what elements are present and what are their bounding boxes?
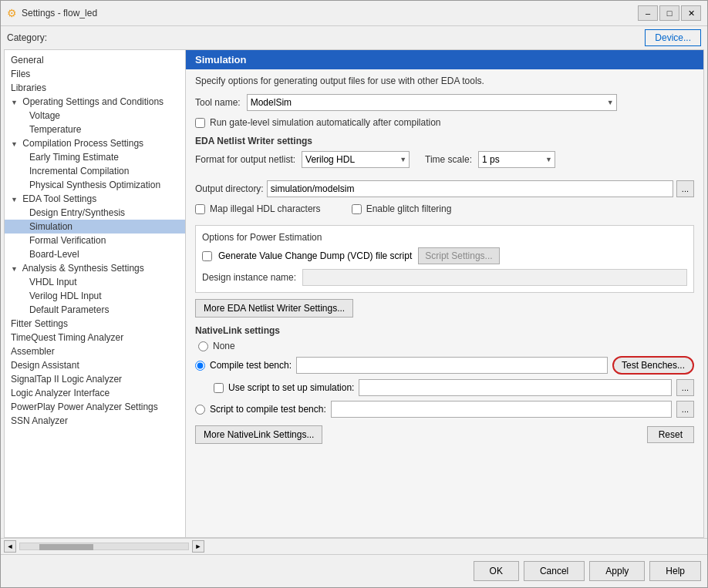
title-bar-left: ⚙ Settings - flow_led — [7, 7, 97, 19]
checkbox-two-col: Map illegal HDL characters Enable glitch… — [195, 203, 694, 219]
ok-button[interactable]: OK — [474, 561, 519, 581]
format-row: Format for output netlist: Verilog HDL V… — [195, 151, 410, 168]
format-label: Format for output netlist: — [195, 154, 295, 165]
device-button[interactable]: Device... — [645, 29, 701, 46]
glitch-filter-row: Enable glitch filtering — [352, 203, 452, 214]
content-area: General Files Libraries ▼ Operating Sett… — [4, 49, 704, 538]
minimize-button[interactable]: – — [638, 5, 658, 21]
sidebar-item-physical-synthesis[interactable]: Physical Synthesis Optimization — [5, 178, 185, 192]
scroll-left-button[interactable]: ◄ — [4, 540, 16, 553]
sidebar-item-incremental[interactable]: Incremental Compilation — [5, 164, 185, 178]
sidebar-item-design-entry[interactable]: Design Entry/Synthesis — [5, 206, 185, 220]
cancel-button[interactable]: Cancel — [524, 561, 585, 581]
run-gate-row: Run gate-level simulation automatically … — [195, 117, 694, 128]
apply-button[interactable]: Apply — [589, 561, 645, 581]
design-instance-input — [302, 269, 687, 286]
power-estimation-section: Options for Power Estimation Generate Va… — [195, 225, 694, 293]
timescale-select[interactable]: 1 ps 10 ps 100 ps 1 ns — [478, 151, 555, 168]
design-instance-row: Design instance name: — [202, 269, 687, 286]
run-gate-label: Run gate-level simulation automatically … — [210, 117, 440, 128]
right-panel: Simulation Specify options for generatin… — [186, 50, 703, 537]
none-radio-row: None — [195, 341, 694, 351]
title-bar: ⚙ Settings - flow_led – □ ✕ — [1, 1, 707, 26]
nativelink-section: NativeLink settings None Compile test be… — [195, 325, 694, 418]
footer-bar: OK Cancel Apply Help — [1, 554, 707, 587]
panel-header: Simulation — [186, 50, 703, 69]
tool-name-label: Tool name: — [195, 97, 241, 108]
run-gate-checkbox[interactable] — [195, 118, 205, 128]
sidebar-item-early-timing[interactable]: Early Timing Estimate — [5, 150, 185, 164]
timescale-dropdown-wrapper: 1 ps 10 ps 100 ps 1 ns — [478, 151, 555, 168]
none-radio[interactable] — [198, 341, 208, 351]
generate-vcd-checkbox[interactable] — [202, 251, 212, 261]
design-instance-label: Design instance name: — [202, 272, 296, 283]
script-compile-radio[interactable] — [195, 405, 205, 415]
sidebar-item-assembler[interactable]: Assembler — [5, 344, 185, 358]
sidebar-item-eda-tools[interactable]: ▼ EDA Tool Settings — [5, 192, 185, 206]
format-timescale-row: Format for output netlist: Verilog HDL V… — [195, 151, 694, 174]
sidebar-item-verilog-input[interactable]: Verilog HDL Input — [5, 289, 185, 303]
sidebar-item-formal-verification[interactable]: Formal Verification — [5, 234, 185, 247]
close-button[interactable]: ✕ — [681, 5, 701, 21]
sidebar-item-signaltap[interactable]: SignalTap II Logic Analyzer — [5, 372, 185, 386]
sidebar-item-general[interactable]: General — [5, 53, 185, 67]
generate-vcd-row: Generate Value Change Dump (VCD) file sc… — [202, 247, 687, 264]
reset-button[interactable]: Reset — [647, 426, 694, 443]
sidebar-item-board-level[interactable]: Board-Level — [5, 247, 185, 261]
compile-bench-input[interactable] — [296, 357, 608, 374]
tool-name-select[interactable]: ModelSim ModelSim-Altera VCS Active-HDL — [247, 94, 617, 111]
sidebar-item-libraries[interactable]: Libraries — [5, 81, 185, 95]
app-icon: ⚙ — [7, 7, 17, 19]
script-compile-input[interactable] — [331, 401, 672, 418]
map-illegal-checkbox[interactable] — [195, 204, 205, 214]
compile-bench-radio[interactable] — [195, 361, 205, 371]
output-dir-label: Output directory: — [195, 183, 264, 194]
panel-description: Specify options for generating output fi… — [195, 76, 694, 86]
sidebar-item-ssn-analyzer[interactable]: SSN Analyzer — [5, 414, 185, 428]
power-section-title: Options for Power Estimation — [202, 232, 687, 243]
none-label: None — [213, 341, 235, 351]
more-eda-button[interactable]: More EDA Netlist Writer Settings... — [195, 299, 353, 318]
glitch-filter-label: Enable glitch filtering — [366, 203, 452, 214]
sidebar-item-compilation-process[interactable]: ▼ Compilation Process Settings — [5, 136, 185, 150]
sidebar-item-logic-analyzer[interactable]: Logic Analyzer Interface — [5, 386, 185, 400]
maximize-button[interactable]: □ — [659, 5, 679, 21]
format-select[interactable]: Verilog HDL VHDL — [302, 151, 410, 168]
sidebar-item-design-assistant[interactable]: Design Assistant — [5, 358, 185, 372]
tool-name-row: Tool name: ModelSim ModelSim-Altera VCS … — [195, 94, 694, 111]
sidebar-item-fitter-settings[interactable]: Fitter Settings — [5, 317, 185, 331]
nativelink-title: NativeLink settings — [195, 325, 694, 336]
sidebar-item-temperature[interactable]: Temperature — [5, 123, 185, 136]
compile-bench-row: Compile test bench: Test Benches... — [195, 356, 694, 375]
use-script-browse-button[interactable]: ... — [676, 379, 694, 396]
sidebar-item-files[interactable]: Files — [5, 67, 185, 81]
script-compile-label: Script to compile test bench: — [210, 404, 326, 415]
more-nativelink-button[interactable]: More NativeLink Settings... — [195, 425, 322, 444]
bottom-row: More NativeLink Settings... Reset — [195, 425, 694, 444]
output-dir-input[interactable]: simulation/modelsim — [267, 180, 673, 197]
generate-vcd-label: Generate Value Change Dump (VCD) file sc… — [218, 250, 412, 261]
use-script-checkbox[interactable] — [214, 383, 224, 393]
help-button[interactable]: Help — [649, 561, 701, 581]
sidebar-item-vhdl-input[interactable]: VHDL Input — [5, 275, 185, 289]
sidebar-item-powerplay[interactable]: PowerPlay Power Analyzer Settings — [5, 400, 185, 414]
sidebar-item-voltage[interactable]: Voltage — [5, 109, 185, 123]
sidebar-item-analysis-synthesis[interactable]: ▼ Analysis & Synthesis Settings — [5, 261, 185, 275]
sidebar-item-simulation[interactable]: Simulation — [5, 220, 185, 234]
map-illegal-row: Map illegal HDL characters — [195, 203, 321, 214]
scroll-track — [19, 543, 189, 550]
glitch-filter-checkbox[interactable] — [352, 204, 362, 214]
sidebar-item-operating-settings[interactable]: ▼ Operating Settings and Conditions — [5, 95, 185, 109]
output-dir-browse-button[interactable]: ... — [676, 180, 694, 197]
sidebar-item-timequest[interactable]: TimeQuest Timing Analyzer — [5, 331, 185, 344]
use-script-input[interactable] — [359, 379, 671, 396]
output-dir-row: Output directory: simulation/modelsim ..… — [195, 180, 694, 197]
sidebar-item-default-params[interactable]: Default Parameters — [5, 303, 185, 317]
map-illegal-label: Map illegal HDL characters — [210, 203, 321, 214]
scroll-right-button[interactable]: ► — [192, 540, 204, 553]
test-benches-button[interactable]: Test Benches... — [612, 356, 694, 375]
script-settings-button: Script Settings... — [418, 247, 499, 264]
script-compile-browse-button[interactable]: ... — [676, 401, 694, 418]
category-label: Category: — [7, 32, 47, 43]
tool-name-dropdown-wrapper: ModelSim ModelSim-Altera VCS Active-HDL — [247, 94, 617, 111]
